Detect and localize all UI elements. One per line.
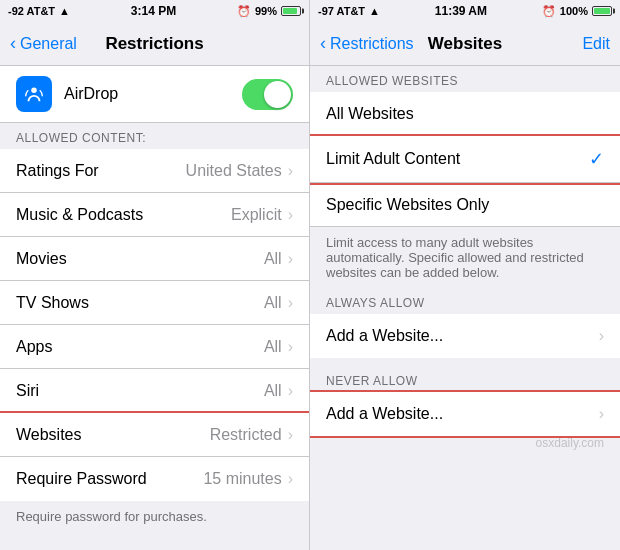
right-battery-icon bbox=[592, 6, 612, 16]
description-text: Limit access to many adult websites auto… bbox=[310, 227, 620, 288]
siri-label: Siri bbox=[16, 382, 264, 400]
left-status-bar: -92 AT&T ▲ 3:14 PM ⏰ 99% bbox=[0, 0, 309, 22]
right-back-button[interactable]: ‹ Restrictions bbox=[320, 33, 414, 54]
left-back-label: General bbox=[20, 35, 77, 53]
right-back-chevron: ‹ bbox=[320, 33, 326, 54]
right-nav-bar: ‹ Restrictions Websites Edit bbox=[310, 22, 620, 66]
always-add-chevron: › bbox=[599, 327, 604, 345]
apps-label: Apps bbox=[16, 338, 264, 356]
limit-adult-option[interactable]: Limit Adult Content ✓ bbox=[310, 136, 620, 183]
left-time: 3:14 PM bbox=[131, 4, 176, 18]
content-list: Ratings For United States › Music & Podc… bbox=[0, 149, 309, 501]
ratings-for-label: Ratings For bbox=[16, 162, 186, 180]
specific-websites-label: Specific Websites Only bbox=[326, 196, 604, 214]
apps-value: All bbox=[264, 338, 282, 356]
tvshows-chevron: › bbox=[288, 294, 293, 312]
require-password-row[interactable]: Require Password 15 minutes › bbox=[0, 457, 309, 501]
limit-adult-check: ✓ bbox=[589, 148, 604, 170]
ratings-for-value: United States bbox=[186, 162, 282, 180]
never-add-label: Add a Website... bbox=[326, 405, 599, 423]
websites-label: Websites bbox=[16, 426, 210, 444]
websites-row[interactable]: Websites Restricted › bbox=[0, 413, 309, 457]
left-back-chevron: ‹ bbox=[10, 33, 16, 54]
left-status-right: ⏰ 99% bbox=[237, 5, 301, 18]
websites-chevron: › bbox=[288, 426, 293, 444]
right-panel: -97 AT&T ▲ 11:39 AM ⏰ 100% ‹ Restriction… bbox=[310, 0, 620, 550]
footer-text: Require password for purchases. bbox=[0, 501, 309, 532]
movies-row[interactable]: Movies All › bbox=[0, 237, 309, 281]
limit-adult-label: Limit Adult Content bbox=[326, 150, 589, 168]
all-websites-option[interactable]: All Websites bbox=[310, 92, 620, 136]
always-allow-list: Add a Website... › bbox=[310, 314, 620, 358]
left-alarm-icon: ⏰ bbox=[237, 5, 251, 18]
left-status-left: -92 AT&T ▲ bbox=[8, 5, 70, 17]
all-websites-label: All Websites bbox=[326, 105, 604, 123]
require-password-chevron: › bbox=[288, 470, 293, 488]
movies-chevron: › bbox=[288, 250, 293, 268]
right-edit-button[interactable]: Edit bbox=[582, 35, 610, 53]
airdrop-label: AirDrop bbox=[64, 85, 242, 103]
never-add-chevron: › bbox=[599, 405, 604, 423]
music-podcasts-label: Music & Podcasts bbox=[16, 206, 231, 224]
music-podcasts-value: Explicit bbox=[231, 206, 282, 224]
always-allow-header: ALWAYS ALLOW bbox=[310, 288, 620, 314]
left-carrier: -92 AT&T bbox=[8, 5, 55, 17]
never-add-website-row[interactable]: Add a Website... › bbox=[310, 392, 620, 436]
right-carrier: -97 AT&T bbox=[318, 5, 365, 17]
ratings-for-chevron: › bbox=[288, 162, 293, 180]
always-add-label: Add a Website... bbox=[326, 327, 599, 345]
apps-row[interactable]: Apps All › bbox=[0, 325, 309, 369]
airdrop-toggle[interactable] bbox=[242, 79, 293, 110]
siri-value: All bbox=[264, 382, 282, 400]
right-nav-title: Websites bbox=[428, 34, 502, 54]
right-status-left: -97 AT&T ▲ bbox=[318, 5, 380, 17]
movies-label: Movies bbox=[16, 250, 264, 268]
airdrop-icon bbox=[16, 76, 52, 112]
left-battery-pct: 99% bbox=[255, 5, 277, 17]
svg-point-0 bbox=[31, 88, 37, 94]
website-options-list: All Websites Limit Adult Content ✓ Speci… bbox=[310, 92, 620, 227]
airdrop-row: AirDrop bbox=[0, 66, 309, 123]
left-panel: -92 AT&T ▲ 3:14 PM ⏰ 99% ‹ General Restr… bbox=[0, 0, 310, 550]
watermark: osxdaily.com bbox=[536, 436, 604, 450]
allowed-websites-header: ALLOWED WEBSITES bbox=[310, 66, 620, 92]
ratings-for-row[interactable]: Ratings For United States › bbox=[0, 149, 309, 193]
left-battery-icon bbox=[281, 6, 301, 16]
tvshows-value: All bbox=[264, 294, 282, 312]
never-allow-header: NEVER ALLOW bbox=[310, 366, 620, 392]
right-alarm-icon: ⏰ bbox=[542, 5, 556, 18]
music-podcasts-row[interactable]: Music & Podcasts Explicit › bbox=[0, 193, 309, 237]
right-time: 11:39 AM bbox=[435, 4, 487, 18]
right-wifi-icon: ▲ bbox=[369, 5, 380, 17]
never-allow-section: NEVER ALLOW Add a Website... › bbox=[310, 366, 620, 436]
left-wifi-icon: ▲ bbox=[59, 5, 70, 17]
siri-row[interactable]: Siri All › bbox=[0, 369, 309, 413]
require-password-label: Require Password bbox=[16, 470, 203, 488]
right-status-right: ⏰ 100% bbox=[542, 5, 612, 18]
siri-chevron: › bbox=[288, 382, 293, 400]
toggle-knob bbox=[264, 81, 291, 108]
specific-websites-option[interactable]: Specific Websites Only bbox=[310, 183, 620, 227]
music-podcasts-chevron: › bbox=[288, 206, 293, 224]
right-battery-pct: 100% bbox=[560, 5, 588, 17]
tvshows-row[interactable]: TV Shows All › bbox=[0, 281, 309, 325]
movies-value: All bbox=[264, 250, 282, 268]
require-password-value: 15 minutes bbox=[203, 470, 281, 488]
left-nav-bar: ‹ General Restrictions bbox=[0, 22, 309, 66]
right-status-bar: -97 AT&T ▲ 11:39 AM ⏰ 100% bbox=[310, 0, 620, 22]
left-back-button[interactable]: ‹ General bbox=[10, 33, 77, 54]
websites-value: Restricted bbox=[210, 426, 282, 444]
left-nav-title: Restrictions bbox=[105, 34, 203, 54]
tvshows-label: TV Shows bbox=[16, 294, 264, 312]
always-add-website-row[interactable]: Add a Website... › bbox=[310, 314, 620, 358]
never-allow-list: Add a Website... › bbox=[310, 392, 620, 436]
apps-chevron: › bbox=[288, 338, 293, 356]
allowed-content-header: ALLOWED CONTENT: bbox=[0, 123, 309, 149]
right-back-label: Restrictions bbox=[330, 35, 414, 53]
